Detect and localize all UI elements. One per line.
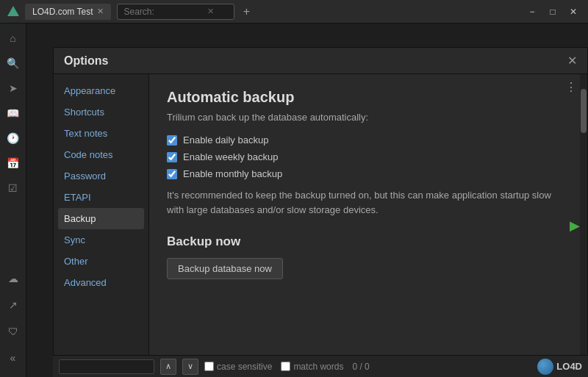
send-icon[interactable]: ➤ xyxy=(1,76,25,100)
sidebar-item-appearance[interactable]: Appearance xyxy=(54,80,148,101)
sidebar-item-advanced[interactable]: Advanced xyxy=(54,272,148,293)
daily-backup-label[interactable]: Enable daily backup xyxy=(183,134,268,146)
options-nav: Appearance Shortcuts Text notes Code not… xyxy=(54,74,149,376)
three-dot-menu[interactable]: ⋮ xyxy=(565,80,577,94)
icon-bar: ⌂ 🔍 ➤ 📖 🕐 📅 ☑ ☁ ↗ 🛡 « xyxy=(0,24,26,377)
icon-bar-bottom: ☁ ↗ 🛡 « xyxy=(1,267,25,377)
search-icon[interactable]: 🔍 xyxy=(1,51,25,75)
sidebar-item-backup[interactable]: Backup xyxy=(58,208,144,229)
tab-title: LO4D.com Test xyxy=(32,7,93,17)
cloud-icon[interactable]: ☁ xyxy=(1,267,25,290)
monthly-backup-checkbox[interactable] xyxy=(167,169,177,179)
search-bar-top[interactable]: ✕ xyxy=(117,4,234,20)
section-desc: Trilium can back up the database automat… xyxy=(167,112,570,123)
backup-now-title: Backup now xyxy=(167,234,570,249)
search-down-button[interactable]: ∨ xyxy=(182,359,198,375)
sidebar-item-password[interactable]: Password xyxy=(54,165,148,187)
lo4d-branding: LO4D xyxy=(537,359,582,375)
options-title: Options xyxy=(64,54,108,68)
case-sensitive-option: case sensitive xyxy=(204,362,272,372)
scrollbar-track[interactable] xyxy=(580,74,587,376)
sidebar-item-text-notes[interactable]: Text notes xyxy=(54,123,148,144)
close-button[interactable]: ✕ xyxy=(564,4,582,19)
book-icon[interactable]: 📖 xyxy=(1,101,25,125)
monthly-backup-row: Enable monthly backup xyxy=(167,168,570,179)
sidebar-item-shortcuts[interactable]: Shortcuts xyxy=(54,101,148,123)
calendar-icon[interactable]: 📅 xyxy=(1,151,25,175)
daily-backup-checkbox[interactable] xyxy=(167,135,177,146)
window-controls: − □ ✕ xyxy=(523,4,582,19)
options-modal: Options ✕ Appearance Shortcuts Text note… xyxy=(53,47,588,377)
weekly-backup-row: Enable weekly backup xyxy=(167,151,570,162)
daily-backup-row: Enable daily backup xyxy=(167,134,570,146)
search-count: 0 / 0 xyxy=(352,362,369,372)
sidebar-item-etapi[interactable]: ETAPI xyxy=(54,187,148,208)
task-icon[interactable]: ☑ xyxy=(1,176,25,200)
arrow-up-icon[interactable]: ↗ xyxy=(1,293,25,317)
match-words-option: match words xyxy=(281,362,343,372)
maximize-button[interactable]: □ xyxy=(544,4,562,19)
minimize-button[interactable]: − xyxy=(523,4,541,19)
match-words-label[interactable]: match words xyxy=(293,362,343,372)
home-icon[interactable]: ⌂ xyxy=(1,26,25,50)
options-close-button[interactable]: ✕ xyxy=(567,54,577,68)
info-text: It's recommended to keep the backup turn… xyxy=(167,188,570,217)
search-clear-icon[interactable]: ✕ xyxy=(207,7,214,16)
case-sensitive-label[interactable]: case sensitive xyxy=(217,362,272,372)
clock-icon[interactable]: 🕐 xyxy=(1,126,25,150)
lo4d-globe-icon xyxy=(537,359,553,375)
tab-close-icon[interactable]: ✕ xyxy=(97,7,104,16)
shield-icon[interactable]: 🛡 xyxy=(1,320,25,343)
weekly-backup-label[interactable]: Enable weekly backup xyxy=(183,151,278,162)
lo4d-text: LO4D xyxy=(556,361,582,372)
section-title: Automatic backup xyxy=(167,89,570,106)
sidebar-item-sync[interactable]: Sync xyxy=(54,229,148,251)
sidebar-item-code-notes[interactable]: Code notes xyxy=(54,144,148,165)
options-content: ⋮ Automatic backup Trilium can back up t… xyxy=(149,74,587,376)
match-words-checkbox[interactable] xyxy=(281,362,290,371)
collapse-icon[interactable]: « xyxy=(1,346,25,370)
weekly-backup-checkbox[interactable] xyxy=(167,152,177,162)
bottom-search-bar: ∧ ∨ case sensitive match words 0 / 0 LO4… xyxy=(53,355,588,377)
options-header: Options ✕ xyxy=(54,48,587,74)
app-body: ⌂ 🔍 ➤ 📖 🕐 📅 ☑ ☁ ↗ 🛡 « waiting for better… xyxy=(0,24,588,377)
options-body: Appearance Shortcuts Text notes Code not… xyxy=(54,74,587,376)
app-logo xyxy=(6,4,21,19)
expand-right-icon[interactable]: ▶ xyxy=(570,218,580,234)
app-tab[interactable]: LO4D.com Test ✕ xyxy=(25,4,111,20)
scrollbar-thumb[interactable] xyxy=(581,89,587,133)
monthly-backup-label[interactable]: Enable monthly backup xyxy=(183,168,282,179)
sidebar-item-other[interactable]: Other xyxy=(54,251,148,272)
new-tab-button[interactable]: + xyxy=(237,3,255,21)
backup-database-button[interactable]: Backup database now xyxy=(167,258,283,279)
search-input-top[interactable] xyxy=(123,7,204,17)
search-options: case sensitive match words 0 / 0 xyxy=(204,362,370,372)
bottom-search-input[interactable] xyxy=(59,359,154,374)
case-sensitive-checkbox[interactable] xyxy=(204,362,214,371)
titlebar: LO4D.com Test ✕ ✕ + − □ ✕ xyxy=(0,0,588,24)
search-up-button[interactable]: ∧ xyxy=(160,359,176,375)
svg-marker-0 xyxy=(7,6,19,16)
